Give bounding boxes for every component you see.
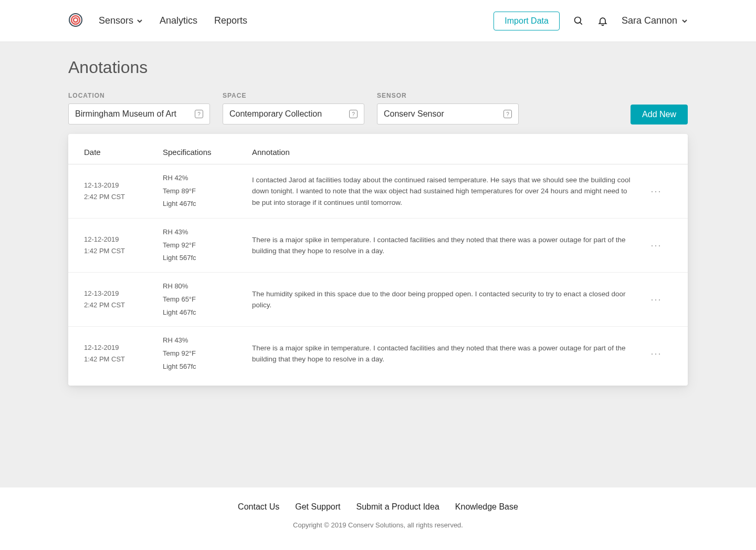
date-line1: 12-13-2019 [84,180,163,191]
row-actions[interactable]: ··· [640,186,672,197]
cell-annotation: I contacted Jarod at facilities today ab… [252,174,640,209]
spec-rh: RH 80% [163,280,252,293]
bell-icon [597,16,608,26]
date-line1: 12-12-2019 [84,342,163,354]
spec-rh: RH 43% [163,226,252,239]
help-icon: ? [195,110,203,118]
primary-nav: Sensors Analytics Reports [99,15,247,26]
cell-annotation: There is a major spike in temperature. I… [252,234,640,257]
th-annotation: Annotation [252,148,640,157]
svg-point-3 [574,17,581,23]
filter-location-label: LOCATION [68,92,210,99]
footer-contact[interactable]: Contact Us [238,502,279,512]
annotations-card: Date Specifications Annotation 12-13-201… [68,134,688,386]
location-select[interactable]: Birmingham Museum of Art ? [68,103,210,124]
spec-rh: RH 43% [163,334,252,347]
cell-specs: RH 80%Temp 65°FLight 467fc [163,280,252,319]
th-specs: Specifications [163,148,252,157]
table-row: 12-12-20191:42 PM CSTRH 43%Temp 92°FLigh… [68,219,688,273]
spec-light: Light 467fc [163,306,252,319]
filter-space-label: SPACE [223,92,364,99]
copyright: Copyright © 2019 Conserv Solutions, all … [0,521,756,529]
date-line2: 2:42 PM CST [84,191,163,203]
svg-point-1 [71,16,80,24]
spec-light: Light 467fc [163,198,252,211]
nav-analytics[interactable]: Analytics [160,15,197,26]
add-new-button[interactable]: Add New [631,105,688,124]
page-title: Anotations [68,58,688,77]
chevron-down-icon [136,18,143,24]
spec-temp: Temp 92°F [163,239,252,252]
filters-row: LOCATION Birmingham Museum of Art ? SPAC… [68,92,688,124]
search-icon [573,16,584,26]
nav-sensors-label: Sensors [99,15,133,26]
cell-date: 12-12-20191:42 PM CST [84,234,163,257]
header-right: Import Data Sara Cannon [494,12,688,30]
main-content: Anotations LOCATION Birmingham Museum of… [0,42,756,487]
cell-annotation: The humidity spiked in this space due to… [252,288,640,311]
date-line2: 2:42 PM CST [84,299,163,311]
logo-icon [68,13,83,27]
filter-space: SPACE Contemporary Collection ? [223,92,364,124]
spec-temp: Temp 92°F [163,347,252,360]
nav-reports-label: Reports [214,15,247,26]
nav-analytics-label: Analytics [160,15,197,26]
help-icon: ? [503,110,512,118]
row-actions[interactable]: ··· [640,294,672,305]
footer-links: Contact Us Get Support Submit a Product … [0,502,756,512]
nav-sensors[interactable]: Sensors [99,15,143,26]
location-value: Birmingham Museum of Art [75,109,176,119]
table-row: 12-13-20192:42 PM CSTRH 80%Temp 65°FLigh… [68,273,688,327]
notifications-button[interactable] [597,16,608,26]
date-line1: 12-12-2019 [84,234,163,245]
nav-reports[interactable]: Reports [214,15,247,26]
cell-specs: RH 43%Temp 92°FLight 567fc [163,334,252,373]
cell-date: 12-12-20191:42 PM CST [84,342,163,365]
th-date: Date [84,148,163,157]
sensor-select[interactable]: Conserv Sensor ? [377,103,519,124]
filter-sensor-label: SENSOR [377,92,519,99]
row-actions[interactable]: ··· [640,348,672,359]
cell-specs: RH 42%Temp 89°FLight 467fc [163,172,252,211]
spec-temp: Temp 65°F [163,293,252,306]
spec-temp: Temp 89°F [163,185,252,198]
space-select[interactable]: Contemporary Collection ? [223,103,364,124]
more-icon: ··· [650,240,662,251]
footer-idea[interactable]: Submit a Product Idea [356,502,439,512]
cell-date: 12-13-20192:42 PM CST [84,288,163,311]
sensor-value: Conserv Sensor [384,109,444,119]
table-row: 12-13-20192:42 PM CSTRH 42%Temp 89°FLigh… [68,164,688,219]
row-actions[interactable]: ··· [640,240,672,251]
spec-rh: RH 42% [163,172,252,185]
date-line2: 1:42 PM CST [84,354,163,365]
site-footer: Contact Us Get Support Submit a Product … [0,487,756,550]
cell-annotation: There is a major spike in temperature. I… [252,343,640,365]
filter-sensor: SENSOR Conserv Sensor ? [377,92,519,124]
help-icon: ? [349,110,358,118]
cell-specs: RH 43%Temp 92°FLight 567fc [163,226,252,265]
date-line1: 12-13-2019 [84,288,163,299]
table-header: Date Specifications Annotation [68,144,688,164]
more-icon: ··· [650,186,662,197]
footer-kb[interactable]: Knowledge Base [455,502,518,512]
user-menu[interactable]: Sara Cannon [622,15,688,26]
logo[interactable] [68,13,83,29]
cell-date: 12-13-20192:42 PM CST [84,180,163,203]
table-row: 12-12-20191:42 PM CSTRH 43%Temp 92°FLigh… [68,327,688,380]
spec-light: Light 567fc [163,252,252,265]
svg-point-2 [74,18,78,22]
user-name: Sara Cannon [622,15,677,26]
more-icon: ··· [650,348,662,359]
search-button[interactable] [573,16,584,26]
svg-line-4 [580,22,582,24]
space-value: Contemporary Collection [229,109,322,119]
import-data-button[interactable]: Import Data [494,12,560,30]
chevron-down-icon [681,18,688,24]
filter-location: LOCATION Birmingham Museum of Art ? [68,92,210,124]
more-icon: ··· [650,294,662,305]
top-header: Sensors Analytics Reports Import Data Sa… [0,0,756,42]
date-line2: 1:42 PM CST [84,245,163,257]
footer-support[interactable]: Get Support [295,502,340,512]
spec-light: Light 567fc [163,360,252,373]
